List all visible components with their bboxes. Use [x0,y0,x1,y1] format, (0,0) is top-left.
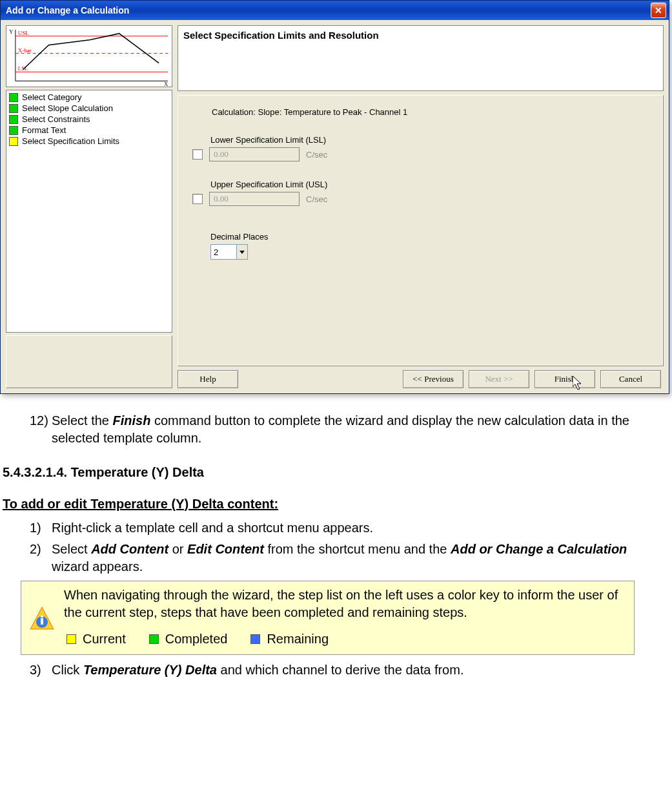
previous-button[interactable]: << Previous [403,370,463,388]
lsl-checkbox[interactable] [192,149,203,160]
item-text: Right-click a template cell and a shortc… [52,519,653,537]
usl-unit: C/sec [306,194,327,204]
note-text: When navigating through the wizard, the … [64,586,626,621]
legend-swatch-icon [250,634,260,644]
step-label: Format Text [22,125,66,135]
status-swatch-icon [9,115,18,124]
preview-chart: Y X USL X-bar LSL [6,25,172,87]
step-label: Select Slope Calculation [22,103,113,113]
lsl-label: Lower Specification Limit (LSL) [210,135,649,145]
subsection-heading: To add or edit Temperature (Y) Delta con… [3,495,653,513]
chevron-down-icon [236,245,247,259]
legend-row: Current Completed Remaining [64,630,626,648]
titlebar-title: Add or Change a Calculation [6,5,651,16]
item-text: Select the Finish command button to comp… [52,412,653,447]
lsl-input[interactable] [209,147,300,161]
button-bar: Help << Previous Next >> Finish Cancel [178,370,664,388]
item-text: Select Add Content or Edit Content from … [52,541,653,575]
decimals-value: 2 [211,245,236,259]
close-button[interactable]: ✕ [651,3,666,18]
decimals-label: Decimal Places [210,232,649,242]
xbar-label: X-bar [18,47,32,54]
legend-swatch-icon [149,634,159,644]
list-item: 1) Right-click a template cell and a sho… [3,519,653,537]
list-item: 12) Select the Finish command button to … [3,412,653,447]
legend-label: Completed [165,630,228,648]
status-swatch-icon [9,93,18,102]
next-button: Next >> [469,370,529,388]
svg-text:X: X [164,81,168,86]
usl-label: Upper Specification Limit (USL) [210,180,649,189]
item-number: 12) [3,412,52,447]
steps-list: Select Category Select Slope Calculation… [6,90,172,333]
legend-label: Current [83,630,126,648]
titlebar: Add or Change a Calculation ✕ [1,1,669,20]
form-panel: Calculation: Slope: Temperature to Peak … [178,95,664,366]
status-swatch-icon [9,104,18,113]
step-item[interactable]: Select Constraints [9,114,169,125]
list-item: 3) Click Temperature (Y) Delta and which… [3,661,653,679]
section-heading: 5.4.3.2.1.4. Temperature (Y) Delta [3,464,653,481]
svg-text:Y: Y [9,28,14,35]
calculation-line: Calculation: Slope: Temperature to Peak … [212,107,649,117]
item-number: 1) [3,519,52,537]
wizard-heading: Select Specification Limits and Resoluti… [178,25,664,91]
legend-swatch-icon [66,634,76,644]
item-number: 3) [3,661,52,679]
lsl-unit: C/sec [306,150,327,160]
wizard-heading-text: Select Specification Limits and Resoluti… [183,30,658,41]
item-number: 2) [3,541,52,575]
svg-rect-12 [41,616,43,617]
info-warning-icon [29,606,55,632]
status-swatch-icon [9,137,18,146]
cancel-button[interactable]: Cancel [600,370,661,388]
step-item[interactable]: Select Slope Calculation [9,103,169,114]
step-label: Select Specification Limits [22,136,119,146]
description-panel [6,335,172,388]
usl-input[interactable] [209,192,300,206]
finish-button[interactable]: Finish [535,370,595,388]
step-item[interactable]: Format Text [9,125,169,136]
legend-label: Remaining [267,630,329,648]
step-label: Select Constraints [22,114,90,124]
svg-rect-11 [41,618,43,625]
usl-label: USL [18,30,29,36]
status-swatch-icon [9,126,18,135]
step-label: Select Category [22,92,82,102]
svg-marker-7 [239,251,245,254]
note-box: When navigating through the wizard, the … [21,581,635,655]
item-text: Click Temperature (Y) Delta and which ch… [52,661,653,679]
help-button[interactable]: Help [178,370,238,388]
step-item[interactable]: Select Category [9,92,169,103]
document-body: 12) Select the Finish command button to … [0,400,672,679]
list-item: 2) Select Add Content or Edit Content fr… [3,541,653,575]
dialog-window: Add or Change a Calculation ✕ Y X USL [0,0,669,394]
step-item[interactable]: Select Specification Limits [9,136,169,147]
decimals-select[interactable]: 2 [210,244,248,260]
usl-checkbox[interactable] [192,194,203,204]
close-icon: ✕ [655,5,662,16]
